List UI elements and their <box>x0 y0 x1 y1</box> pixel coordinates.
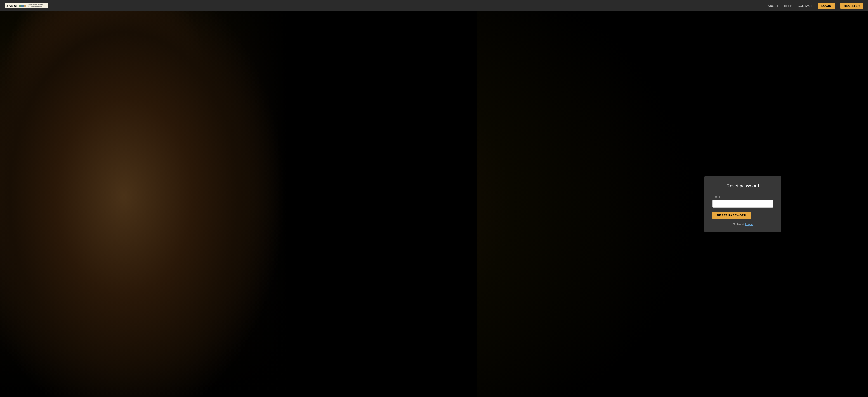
go-back-text: Go back? Log In <box>712 223 773 226</box>
lion-face <box>0 11 477 397</box>
email-input[interactable] <box>712 200 773 207</box>
nav-link-about[interactable]: ABOUT <box>768 4 778 7</box>
logo-square-blue <box>22 4 24 7</box>
reset-password-card: Reset password Email RESET PASSWORD Go b… <box>704 176 781 232</box>
navbar-nav: ABOUT HELP CONTACT LOGIN REGISTER <box>768 3 864 9</box>
reset-card-title: Reset password <box>712 183 773 192</box>
hero-section: Reset password Email RESET PASSWORD Go b… <box>0 0 868 397</box>
logo-square-orange <box>24 4 26 7</box>
go-back-label: Go back? <box>733 223 744 226</box>
login-button[interactable]: LOGIN <box>818 3 835 9</box>
register-button[interactable]: REGISTER <box>840 3 864 9</box>
nav-link-contact[interactable]: CONTACT <box>798 4 812 7</box>
logo-box: SANBI South African National Biodiversit… <box>4 3 48 8</box>
navbar: SANBI South African National Biodiversit… <box>0 0 868 11</box>
logo-squares <box>19 4 26 7</box>
logo: SANBI South African National Biodiversit… <box>4 3 48 8</box>
email-label: Email <box>712 195 773 198</box>
logo-subtext: South African National Biodiversity Inst… <box>28 4 46 8</box>
logo-text: SANBI <box>6 4 18 7</box>
nav-link-help[interactable]: HELP <box>784 4 792 7</box>
login-link[interactable]: Log In <box>745 223 753 226</box>
logo-square-green <box>19 4 21 7</box>
reset-password-button[interactable]: RESET PASSWORD <box>712 211 751 219</box>
